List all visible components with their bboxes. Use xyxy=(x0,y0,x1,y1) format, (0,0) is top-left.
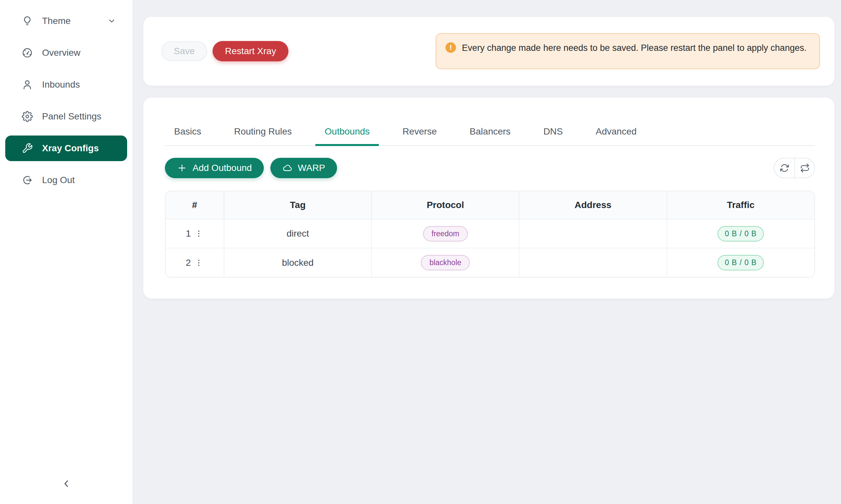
sidebar-item-panel-settings[interactable]: Panel Settings xyxy=(5,104,127,129)
add-outbound-button[interactable]: Add Outbound xyxy=(165,158,264,178)
row-number: 1 xyxy=(186,228,191,239)
sidebar-item-theme[interactable]: Theme xyxy=(5,8,127,34)
action-bar-card: Save Restart Xray ! Every change made he… xyxy=(143,17,835,86)
column-header-index: # xyxy=(166,191,224,219)
sidebar-item-label: Log Out xyxy=(42,175,75,185)
logout-icon xyxy=(22,175,33,186)
tag-cell: blocked xyxy=(224,248,372,277)
tab-outbounds[interactable]: Outbounds xyxy=(315,126,379,145)
more-vertical-icon xyxy=(194,258,203,267)
sidebar-collapse-button[interactable] xyxy=(56,473,77,494)
tab-dns[interactable]: DNS xyxy=(534,126,572,145)
more-vertical-icon xyxy=(194,229,203,238)
gear-icon xyxy=(22,111,33,122)
sidebar-item-label: Inbounds xyxy=(42,79,80,90)
lightbulb-icon xyxy=(22,15,33,26)
main-content: Save Restart Xray ! Every change made he… xyxy=(132,0,841,504)
row-menu-button[interactable] xyxy=(194,229,203,238)
repeat-icon xyxy=(800,163,810,173)
chevron-left-icon xyxy=(61,478,72,489)
add-outbound-label: Add Outbound xyxy=(192,163,252,173)
traffic-badge: 0 B / 0 B xyxy=(718,226,764,241)
sidebar-item-inbounds[interactable]: Inbounds xyxy=(5,72,127,97)
outbounds-toolbar: Add Outbound WARP xyxy=(165,158,815,178)
warning-alert-text: Every change made here needs to be saved… xyxy=(462,41,807,55)
xray-configs-card: Basics Routing Rules Outbounds Reverse B… xyxy=(143,97,835,299)
table-header-row: # Tag Protocol Address Traffic xyxy=(166,191,814,219)
column-header-traffic: Traffic xyxy=(667,191,814,219)
column-header-protocol: Protocol xyxy=(372,191,519,219)
sidebar: Theme Overview Inbounds Panel Settings xyxy=(0,0,132,504)
config-tabs: Basics Routing Rules Outbounds Reverse B… xyxy=(165,97,815,146)
plus-icon xyxy=(177,163,187,173)
column-header-address: Address xyxy=(519,191,667,219)
row-number: 2 xyxy=(186,257,191,268)
refresh-icon xyxy=(779,163,789,173)
tag-cell: direct xyxy=(224,219,372,248)
sidebar-item-log-out[interactable]: Log Out xyxy=(5,167,127,193)
table-row: 2 blocked blackhole xyxy=(166,248,814,277)
sidebar-item-overview[interactable]: Overview xyxy=(5,40,127,66)
refresh-button[interactable] xyxy=(774,159,794,178)
table-actions-group xyxy=(774,158,815,178)
repeat-button[interactable] xyxy=(794,159,814,178)
traffic-badge: 0 B / 0 B xyxy=(718,255,764,270)
sidebar-item-label: Xray Configs xyxy=(42,143,99,154)
tab-advanced[interactable]: Advanced xyxy=(586,126,646,145)
user-icon xyxy=(22,79,33,90)
outbounds-table: # Tag Protocol Address Traffic 1 xyxy=(165,191,815,277)
save-button[interactable]: Save xyxy=(161,41,207,61)
protocol-badge: blackhole xyxy=(421,255,470,270)
cloud-icon xyxy=(282,163,293,173)
address-cell xyxy=(519,219,667,248)
chevron-down-icon xyxy=(107,17,116,25)
warning-icon: ! xyxy=(445,42,456,53)
tab-routing-rules[interactable]: Routing Rules xyxy=(225,126,301,145)
protocol-cell: freedom xyxy=(372,219,519,248)
warp-label: WARP xyxy=(298,163,325,173)
column-header-tag: Tag xyxy=(224,191,372,219)
warning-alert: ! Every change made here needs to be sav… xyxy=(435,33,820,69)
sidebar-item-label: Theme xyxy=(42,16,71,26)
sidebar-item-label: Overview xyxy=(42,48,81,58)
tab-basics[interactable]: Basics xyxy=(165,126,210,145)
traffic-cell: 0 B / 0 B xyxy=(667,219,814,248)
tab-balancers[interactable]: Balancers xyxy=(461,126,520,145)
row-menu-button[interactable] xyxy=(194,258,203,267)
sidebar-item-xray-configs[interactable]: Xray Configs xyxy=(5,136,127,161)
protocol-cell: blackhole xyxy=(372,248,519,277)
warp-button[interactable]: WARP xyxy=(270,158,337,178)
table-row: 1 direct freedom xyxy=(166,219,814,248)
traffic-cell: 0 B / 0 B xyxy=(667,248,814,277)
sidebar-item-label: Panel Settings xyxy=(42,111,102,122)
gauge-icon xyxy=(22,47,33,58)
protocol-badge: freedom xyxy=(423,226,468,241)
restart-xray-button[interactable]: Restart Xray xyxy=(212,41,289,61)
address-cell xyxy=(519,248,667,277)
tab-reverse[interactable]: Reverse xyxy=(393,126,446,145)
wrench-icon xyxy=(22,143,33,154)
